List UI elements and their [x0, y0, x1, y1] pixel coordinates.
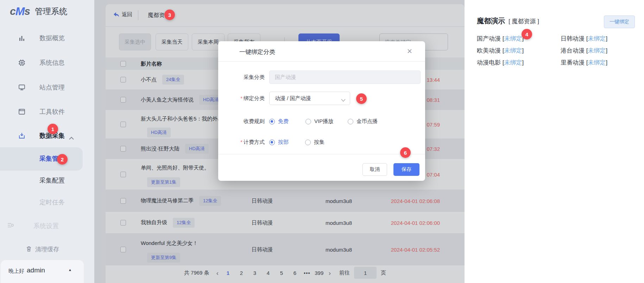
- panel-subtitle: [ 魔都资源 ]: [509, 18, 539, 25]
- sidebar-item-label: 站点管理: [39, 83, 65, 92]
- category-bind-item[interactable]: 动漫电影 [未绑定]: [477, 59, 561, 67]
- panel-title: 魔都演示[ 魔都资源 ]: [477, 16, 539, 26]
- radio-coin[interactable]: 金币点播: [348, 118, 378, 125]
- radio-label: 按部: [278, 139, 289, 146]
- bind-status-link[interactable]: 未绑定: [588, 59, 606, 66]
- bind-category-value: 动漫 / 国产动漫: [275, 95, 311, 102]
- sidebar-item-label: 数据概览: [39, 34, 65, 42]
- sidebar-item-tools[interactable]: 工具软件: [0, 104, 94, 119]
- clear-cache-label: 清理缓存: [35, 245, 59, 253]
- fee-rule-label: 收费规则: [218, 117, 265, 125]
- radio-dot: [305, 140, 311, 145]
- username: admin: [27, 266, 45, 274]
- logo-letter-s: s: [24, 5, 30, 17]
- app-title: 管理系统: [35, 6, 67, 17]
- greeting-text: 晚上好: [8, 268, 24, 275]
- category-bind-item[interactable]: 日韩动漫 [未绑定]: [561, 35, 644, 43]
- billing-mode-label-text: 计费方式: [244, 139, 265, 145]
- bind-status-link[interactable]: 未绑定: [588, 35, 606, 42]
- cms-admin-page: c M s 管理系统 数据概览 系统信息 站点管理: [0, 0, 644, 283]
- bar-chart-icon: [18, 34, 26, 42]
- sidebar-item-system-settings[interactable]: 系统设置: [0, 220, 94, 232]
- billing-mode-label: *计费方式: [218, 137, 265, 146]
- binding-panel: 魔都演示[ 魔都资源 ] 一键绑定 国产动漫 [未绑定] 日韩动漫 [未绑定] …: [465, 0, 644, 283]
- category-bind-item[interactable]: 里番动漫 [未绑定]: [561, 59, 644, 67]
- chevron-down-icon: [341, 97, 346, 103]
- category-name: 动漫电影: [477, 59, 501, 66]
- chevron-up-icon[interactable]: [69, 134, 74, 142]
- required-asterisk: *: [240, 139, 242, 145]
- bracket: ]: [606, 35, 607, 42]
- sidebar-item-site-management[interactable]: 站点管理: [0, 80, 94, 95]
- sidebar-item-label: 系统信息: [39, 59, 65, 67]
- import-box-icon: [18, 131, 26, 140]
- radio-dot: [269, 119, 275, 124]
- trash-icon: [25, 245, 32, 254]
- window-icon: [18, 107, 26, 116]
- site-name: 魔都演示: [477, 17, 505, 25]
- radio-per-episode[interactable]: 按集: [305, 139, 324, 146]
- step-badge-4: 4: [522, 29, 532, 39]
- bracket: ]: [522, 47, 524, 54]
- bind-category-label: *绑定分类: [218, 92, 265, 105]
- sidebar-item-label: 系统设置: [33, 222, 59, 230]
- radio-vip[interactable]: VIP播放: [305, 118, 333, 125]
- bind-category-dialog: 一键绑定分类 ✕ 采集分类 国产动漫 *绑定分类 动漫 / 国产动漫 收费规则 …: [218, 41, 425, 181]
- category-bind-item[interactable]: 欧美动漫 [未绑定]: [477, 47, 561, 55]
- step-badge-1: 1: [48, 124, 58, 134]
- radio-label: VIP播放: [314, 118, 333, 125]
- category-name: 国产动漫: [477, 35, 501, 42]
- radio-free[interactable]: 免费: [269, 118, 289, 125]
- collect-category-label: 采集分类: [218, 70, 265, 84]
- sidebar-item-data-collection[interactable]: 数据采集: [0, 128, 94, 143]
- dialog-title: 一键绑定分类: [239, 48, 275, 56]
- sidebar-item-system-info[interactable]: 系统信息: [0, 55, 94, 70]
- save-button[interactable]: 保存: [393, 163, 419, 176]
- radio-label: 免费: [278, 118, 289, 125]
- step-badge-5: 5: [356, 93, 367, 104]
- one-key-bind-button[interactable]: 一键绑定: [604, 16, 635, 28]
- step-badge-6: 6: [400, 147, 411, 158]
- step-badge-3: 3: [164, 10, 175, 20]
- cancel-button[interactable]: 取消: [362, 163, 387, 176]
- radio-label: 金币点播: [356, 118, 378, 125]
- settings-list-icon: [7, 222, 14, 230]
- collapse-up-icon[interactable]: ▲: [68, 268, 72, 272]
- bind-status-link[interactable]: 未绑定: [504, 47, 522, 54]
- category-bind-item[interactable]: 国产动漫 [未绑定]: [477, 35, 561, 43]
- category-name: 里番动漫: [561, 59, 585, 66]
- sidebar-item-data-overview[interactable]: 数据概览: [0, 30, 94, 46]
- bind-status-link[interactable]: 未绑定: [504, 35, 522, 42]
- collect-category-value: 国产动漫: [275, 74, 296, 81]
- bracket: ]: [606, 47, 607, 54]
- app-logo: c M s 管理系统: [10, 4, 67, 18]
- radio-dot: [348, 119, 353, 124]
- dialog-header: 一键绑定分类 ✕: [218, 41, 425, 62]
- collect-category-input: 国产动漫: [269, 70, 421, 84]
- bind-category-label-text: 绑定分类: [244, 95, 265, 101]
- radio-dot: [269, 140, 275, 145]
- radio-per-series[interactable]: 按部: [269, 139, 289, 146]
- bracket: ]: [606, 59, 607, 66]
- step-badge-2: 2: [57, 154, 68, 165]
- clear-cache-button[interactable]: 清理缓存: [0, 243, 94, 255]
- category-bind-item[interactable]: 港台动漫 [未绑定]: [561, 47, 644, 55]
- logo-letter-m: M: [15, 5, 25, 18]
- bind-category-select[interactable]: 动漫 / 国产动漫: [269, 92, 350, 105]
- required-asterisk: *: [240, 95, 242, 101]
- close-icon[interactable]: ✕: [407, 47, 412, 55]
- sidebar-subitem-scheduled-tasks[interactable]: 定时任务: [39, 198, 65, 207]
- chip-icon: [18, 59, 26, 67]
- user-account-card[interactable]: 晚上好 admin ▲: [1, 260, 84, 283]
- monitor-icon: [18, 83, 26, 92]
- category-name: 港台动漫: [561, 47, 585, 54]
- bind-status-link[interactable]: 未绑定: [588, 47, 606, 54]
- bind-status-link[interactable]: 未绑定: [504, 59, 522, 66]
- bracket: ]: [522, 59, 524, 66]
- category-bind-list: 国产动漫 [未绑定] 日韩动漫 [未绑定] 欧美动漫 [未绑定] 港台动漫 [未…: [477, 35, 644, 67]
- logo-letter-c: c: [10, 5, 15, 17]
- dialog-footer: 取消 保存: [218, 154, 425, 181]
- sidebar-subitem-collect-config[interactable]: 采集配置: [39, 176, 65, 185]
- sidebar: c M s 管理系统 数据概览 系统信息 站点管理: [0, 0, 94, 283]
- radio-label: 按集: [314, 139, 324, 146]
